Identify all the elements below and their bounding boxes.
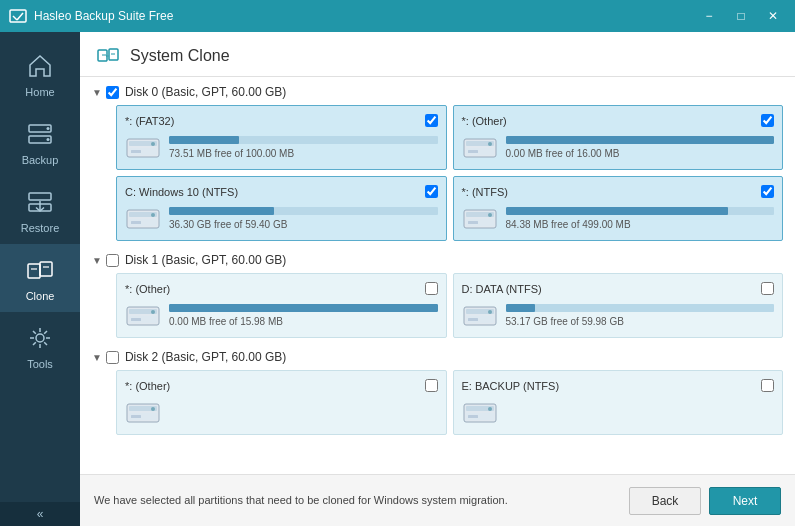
sidebar-item-tools[interactable]: Tools	[0, 312, 80, 380]
maximize-button[interactable]: □	[727, 6, 755, 26]
svg-rect-31	[131, 221, 141, 224]
close-button[interactable]: ✕	[759, 6, 787, 26]
svg-point-50	[151, 407, 155, 411]
partition-checkbox-1-0[interactable]	[425, 282, 438, 295]
disk-checkbox-2[interactable]	[106, 351, 119, 364]
drive-icon-2-0	[125, 398, 161, 426]
minimize-button[interactable]: −	[695, 6, 723, 26]
partition-card-1-0: *: (Other) 0.00 MB free of 15.98 MB	[116, 273, 447, 338]
disk-expand-arrow-1[interactable]: ▼	[92, 255, 102, 266]
partition-body-2-0	[125, 398, 438, 426]
drive-icon-1-0	[125, 301, 161, 329]
free-space-text-0-3: 84.38 MB free of 499.00 MB	[506, 219, 775, 230]
svg-point-55	[488, 407, 492, 411]
partition-grid-1: *: (Other) 0.00 MB free of 15.98 MBD: DA…	[92, 273, 783, 338]
partition-card-header-0-2: C: Windows 10 (NTFS)	[125, 185, 438, 198]
bottom-buttons: Back Next	[629, 487, 781, 515]
svg-point-35	[488, 213, 492, 217]
home-icon	[24, 50, 56, 82]
partition-checkbox-0-2[interactable]	[425, 185, 438, 198]
sidebar-restore-label: Restore	[21, 222, 60, 234]
backup-icon	[24, 118, 56, 150]
partition-card-1-1: D: DATA (NTFS) 53.17 GB free of 59.98 GB	[453, 273, 784, 338]
disk-section-1: ▼Disk 1 (Basic, GPT, 60.00 GB)*: (Other)…	[92, 253, 783, 338]
partition-card-header-1-0: *: (Other)	[125, 282, 438, 295]
free-space-text-0-0: 73.51 MB free of 100.00 MB	[169, 148, 438, 159]
partition-checkbox-0-3[interactable]	[761, 185, 774, 198]
partition-info-0-1: 0.00 MB free of 16.00 MB	[506, 136, 775, 159]
sidebar-item-restore[interactable]: Restore	[0, 176, 80, 244]
partition-checkbox-1-1[interactable]	[761, 282, 774, 295]
partition-info-1-1: 53.17 GB free of 59.98 GB	[506, 304, 775, 327]
partition-card-2-1: E: BACKUP (NTFS)	[453, 370, 784, 435]
sidebar-item-home[interactable]: Home	[0, 40, 80, 108]
sidebar: Home Backup	[0, 32, 80, 526]
svg-point-40	[151, 310, 155, 314]
bottom-bar: We have selected all partitions that nee…	[80, 474, 795, 526]
svg-point-6	[47, 138, 50, 141]
partition-checkbox-2-0[interactable]	[425, 379, 438, 392]
svg-rect-41	[131, 318, 141, 321]
partition-name-1-0: *: (Other)	[125, 283, 425, 295]
sidebar-item-backup[interactable]: Backup	[0, 108, 80, 176]
svg-point-14	[36, 334, 44, 342]
sidebar-backup-label: Backup	[22, 154, 59, 166]
bottom-message: We have selected all partitions that nee…	[94, 493, 613, 508]
partition-checkbox-2-1[interactable]	[761, 379, 774, 392]
sidebar-tools-label: Tools	[27, 358, 53, 370]
sidebar-item-clone[interactable]: Clone	[0, 244, 80, 312]
title-bar: Hasleo Backup Suite Free − □ ✕	[0, 0, 795, 32]
drive-icon-0-3	[462, 204, 498, 232]
page-icon	[96, 44, 120, 68]
partition-info-0-2: 36.30 GB free of 59.40 GB	[169, 207, 438, 230]
partition-card-header-0-1: *: (Other)	[462, 114, 775, 127]
sidebar-clone-label: Clone	[26, 290, 55, 302]
partition-body-0-3: 84.38 MB free of 499.00 MB	[462, 204, 775, 232]
page-title: System Clone	[130, 47, 230, 65]
partition-name-1-1: D: DATA (NTFS)	[462, 283, 762, 295]
partition-info-0-0: 73.51 MB free of 100.00 MB	[169, 136, 438, 159]
window-controls: − □ ✕	[695, 6, 787, 26]
disk-checkbox-0[interactable]	[106, 86, 119, 99]
disk-checkbox-1[interactable]	[106, 254, 119, 267]
app-icon	[8, 6, 28, 26]
svg-rect-0	[10, 10, 26, 22]
disk-list: ▼Disk 0 (Basic, GPT, 60.00 GB)*: (FAT32)…	[80, 77, 795, 474]
drive-icon-0-0	[125, 133, 161, 161]
free-space-text-0-2: 36.30 GB free of 59.40 GB	[169, 219, 438, 230]
main-layout: Home Backup	[0, 32, 795, 526]
partition-body-0-0: 73.51 MB free of 100.00 MB	[125, 133, 438, 161]
back-button[interactable]: Back	[629, 487, 701, 515]
partition-checkbox-0-0[interactable]	[425, 114, 438, 127]
free-space-text-1-0: 0.00 MB free of 15.98 MB	[169, 316, 438, 327]
partition-info-1-0: 0.00 MB free of 15.98 MB	[169, 304, 438, 327]
partition-checkbox-0-1[interactable]	[761, 114, 774, 127]
svg-rect-7	[29, 193, 51, 200]
svg-point-45	[488, 310, 492, 314]
next-button[interactable]: Next	[709, 487, 781, 515]
disk-label-2: Disk 2 (Basic, GPT, 60.00 GB)	[125, 350, 286, 364]
partition-body-2-1	[462, 398, 775, 426]
partition-card-0-3: *: (NTFS) 84.38 MB free of 499.00 MB	[453, 176, 784, 241]
disk-header-0: ▼Disk 0 (Basic, GPT, 60.00 GB)	[92, 85, 783, 99]
disk-expand-arrow-2[interactable]: ▼	[92, 352, 102, 363]
svg-rect-26	[468, 150, 478, 153]
svg-point-30	[151, 213, 155, 217]
partition-body-0-2: 36.30 GB free of 59.40 GB	[125, 204, 438, 232]
partition-body-1-0: 0.00 MB free of 15.98 MB	[125, 301, 438, 329]
sidebar-collapse-button[interactable]: «	[0, 502, 80, 526]
svg-rect-21	[131, 150, 141, 153]
partition-grid-2: *: (Other) E: BACKUP (NTFS)	[92, 370, 783, 435]
drive-icon-0-2	[125, 204, 161, 232]
partition-card-0-1: *: (Other) 0.00 MB free of 16.00 MB	[453, 105, 784, 170]
svg-point-5	[47, 127, 50, 130]
partition-card-header-2-1: E: BACKUP (NTFS)	[462, 379, 775, 392]
free-space-text-1-1: 53.17 GB free of 59.98 GB	[506, 316, 775, 327]
disk-expand-arrow-0[interactable]: ▼	[92, 87, 102, 98]
partition-card-header-2-0: *: (Other)	[125, 379, 438, 392]
svg-rect-10	[28, 264, 40, 278]
tools-icon	[24, 322, 56, 354]
partition-name-0-3: *: (NTFS)	[462, 186, 762, 198]
svg-point-20	[151, 142, 155, 146]
partition-name-2-1: E: BACKUP (NTFS)	[462, 380, 762, 392]
